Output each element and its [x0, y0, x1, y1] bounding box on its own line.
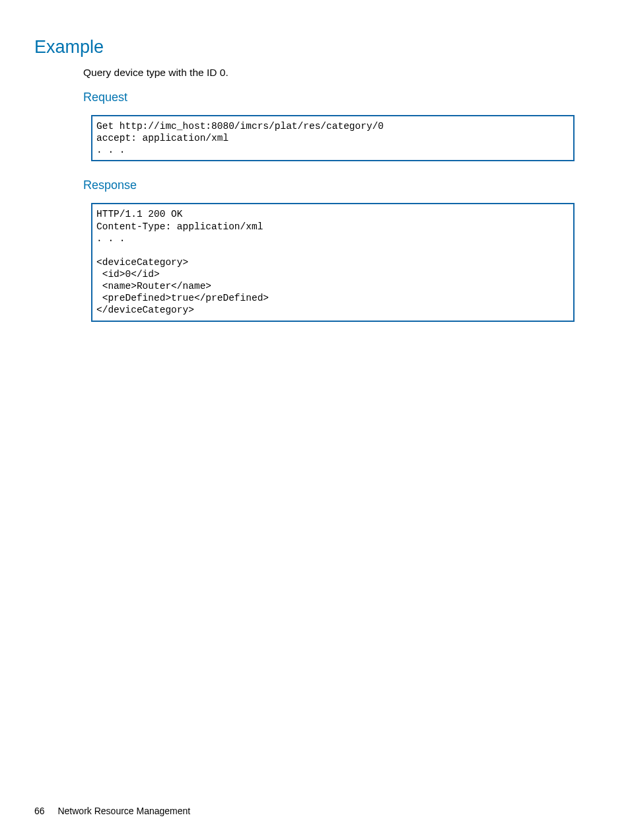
response-heading: Response [83, 178, 630, 192]
response-code-block: HTTP/1.1 200 OK Content-Type: applicatio… [91, 203, 575, 321]
footer-section-title: Network Resource Management [57, 806, 190, 816]
example-heading: Example [34, 37, 630, 57]
page-footer: 66 Network Resource Management [34, 806, 190, 816]
example-description: Query device type with the ID 0. [83, 67, 630, 79]
request-heading: Request [83, 91, 630, 104]
request-code-block: Get http://imc_host:8080/imcrs/plat/res/… [91, 115, 575, 161]
page-number: 66 [34, 806, 45, 816]
